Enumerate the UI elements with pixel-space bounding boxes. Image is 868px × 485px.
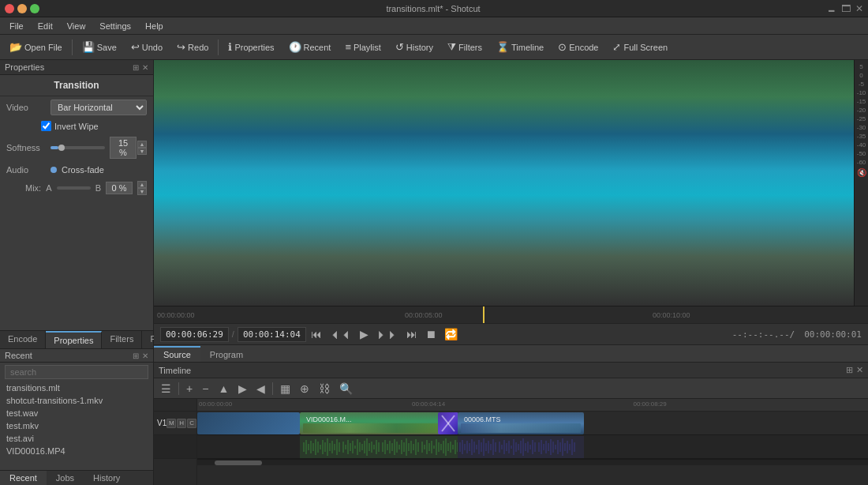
- properties-button[interactable]: ℹ Properties: [222, 39, 280, 55]
- search-input[interactable]: [5, 365, 148, 379]
- video-preview: 5 0 -5 -10 -15 -20 -25 -30 -35 -40 -50 -…: [154, 60, 868, 306]
- track-mute-button[interactable]: M: [166, 419, 176, 428]
- encode-icon: ⊙: [558, 41, 567, 53]
- menu-settings[interactable]: Settings: [93, 20, 137, 32]
- track-audio-row[interactable]: [197, 435, 868, 459]
- menu-file[interactable]: File: [3, 20, 30, 32]
- mix-slider[interactable]: [57, 186, 91, 190]
- preview-timeline-marks: 00:00:00:00 00:00:05:00 00:00:10:00: [157, 306, 865, 323]
- timeline-back-button[interactable]: ◀: [253, 381, 269, 397]
- list-item[interactable]: test.avi: [0, 432, 153, 445]
- softness-down-btn[interactable]: ▼: [137, 148, 147, 155]
- timeline-remove-button[interactable]: −: [198, 381, 212, 397]
- list-item[interactable]: transitions.mlt: [0, 382, 153, 394]
- list-item[interactable]: VID00016.MP4: [0, 445, 153, 457]
- vol-mark-0: 0: [859, 72, 862, 79]
- current-timecode[interactable]: 00:00:06:29: [160, 327, 229, 342]
- filters-button[interactable]: ⧩ Filters: [441, 39, 488, 56]
- mix-down-btn[interactable]: ▼: [137, 188, 147, 195]
- recent-pin-icon[interactable]: ⊞: [133, 352, 139, 360]
- maximize-button[interactable]: [30, 4, 39, 13]
- timeline-scrollbar[interactable]: [197, 459, 868, 465]
- clip-transition[interactable]: [438, 412, 458, 434]
- menu-edit[interactable]: Edit: [32, 20, 59, 32]
- skip-to-end-button[interactable]: ⏭: [403, 326, 421, 342]
- step-back-button[interactable]: ⏴⏴: [327, 326, 355, 342]
- playlist-button[interactable]: ≡ Playlist: [339, 39, 387, 55]
- track-hide-button[interactable]: H: [177, 419, 186, 428]
- fullscreen-button[interactable]: ⤢ Full Screen: [606, 39, 674, 55]
- timeline-close-icon[interactable]: ✕: [856, 365, 863, 375]
- undo-button[interactable]: ↩ Undo: [125, 39, 169, 55]
- audio-clip-2[interactable]: [458, 436, 584, 458]
- timeline-button[interactable]: ⌛ Timeline: [490, 39, 550, 55]
- invert-wipe-checkbox[interactable]: [41, 121, 51, 131]
- skip-to-start-button[interactable]: ⏮: [308, 326, 325, 342]
- total-timecode[interactable]: 00:00:14:04: [238, 327, 306, 342]
- timeline-add-button[interactable]: +: [182, 381, 196, 397]
- list-item[interactable]: test.mkv: [0, 419, 153, 432]
- play-button[interactable]: ▶: [357, 326, 372, 342]
- softness-up-btn[interactable]: ▲: [137, 141, 147, 148]
- properties-pin-icon[interactable]: ⊞: [133, 63, 139, 72]
- timeline-grid-button[interactable]: ▦: [276, 381, 294, 397]
- history-button[interactable]: ↺ History: [389, 39, 440, 55]
- ruler-mark-mid: 00:00:04:14: [412, 400, 445, 408]
- tab-encode[interactable]: Encode: [0, 331, 46, 348]
- tab-filters[interactable]: Filters: [102, 331, 142, 348]
- stop-button[interactable]: ⏹: [422, 326, 440, 342]
- minimize-icon[interactable]: 🗕: [827, 3, 836, 14]
- menu-view[interactable]: View: [61, 20, 92, 32]
- time-mark-mid: 00:00:05:00: [405, 311, 443, 319]
- tab-history[interactable]: History: [84, 471, 129, 485]
- tab-recent[interactable]: Recent: [0, 471, 47, 485]
- loop-button[interactable]: 🔁: [441, 326, 461, 342]
- timeline-link-button[interactable]: ⛓: [315, 381, 334, 397]
- recent-close-icon[interactable]: ✕: [142, 352, 148, 360]
- track-v1-buttons: M H C: [166, 419, 196, 428]
- timeline-zoom-button[interactable]: 🔍: [335, 381, 357, 397]
- tab-properties[interactable]: Properties: [46, 331, 102, 348]
- timeline-pin-icon[interactable]: ⊞: [846, 365, 853, 375]
- recent-button[interactable]: 🕐 Recent: [282, 39, 338, 55]
- audio-clip-1[interactable]: [300, 436, 466, 458]
- timeline-forward-button[interactable]: ▶: [234, 381, 251, 397]
- clip-vid16[interactable]: VID00016.M...: [300, 412, 446, 434]
- properties-close-icon[interactable]: ✕: [142, 63, 148, 72]
- step-forward-button[interactable]: ⏵⏵: [373, 326, 402, 342]
- recent-header-icons: ⊞ ✕: [133, 352, 148, 360]
- maximize-icon[interactable]: 🗖: [841, 3, 851, 14]
- mix-up-btn[interactable]: ▲: [137, 181, 147, 188]
- end-timecode: 00:00:00:01: [804, 329, 862, 340]
- mute-button[interactable]: 🔇: [856, 167, 867, 178]
- tab-source[interactable]: Source: [154, 346, 200, 362]
- open-file-button[interactable]: 📂 Open File: [3, 39, 69, 55]
- toolbar-separator-2: [218, 39, 219, 55]
- timeline-snap-button[interactable]: ⊕: [296, 381, 313, 397]
- track-v1-row[interactable]: VID00016.M...: [197, 412, 868, 435]
- minimize-button[interactable]: [17, 4, 27, 13]
- playhead[interactable]: [483, 306, 485, 323]
- track-composite-button[interactable]: C: [187, 419, 196, 428]
- timeline-menu-button[interactable]: ☰: [157, 381, 175, 397]
- timeline-lift-button[interactable]: ▲: [214, 381, 233, 397]
- timeline-body: V1 M H C: [154, 399, 868, 485]
- list-item[interactable]: shotcut-transitions-1.mkv: [0, 394, 153, 407]
- list-item[interactable]: test.wav: [0, 407, 153, 419]
- menu-help[interactable]: Help: [139, 20, 170, 32]
- redo-button[interactable]: ↪ Redo: [170, 39, 215, 55]
- video-type-select[interactable]: Bar Horizontal: [51, 100, 147, 115]
- timeline-scrollbar-thumb[interactable]: [215, 461, 262, 465]
- left-panel: Properties ⊞ ✕ Transition Video Bar Hori…: [0, 60, 154, 485]
- save-button[interactable]: 💾 Save: [76, 39, 123, 55]
- softness-slider-thumb[interactable]: [58, 145, 65, 151]
- tab-jobs[interactable]: Jobs: [47, 471, 84, 485]
- softness-slider-track[interactable]: [51, 146, 105, 149]
- encode-button[interactable]: ⊙ Encode: [552, 39, 604, 55]
- timeline-tracks[interactable]: 00:00:00:00 00:00:04:14 00:00:08:29 VID0…: [197, 399, 868, 485]
- tab-program[interactable]: Program: [200, 348, 253, 362]
- clip-00006[interactable]: 00006.MTS: [458, 412, 584, 434]
- clip-background[interactable]: [197, 412, 300, 434]
- close-button[interactable]: [5, 4, 14, 13]
- close-icon[interactable]: ✕: [855, 3, 863, 14]
